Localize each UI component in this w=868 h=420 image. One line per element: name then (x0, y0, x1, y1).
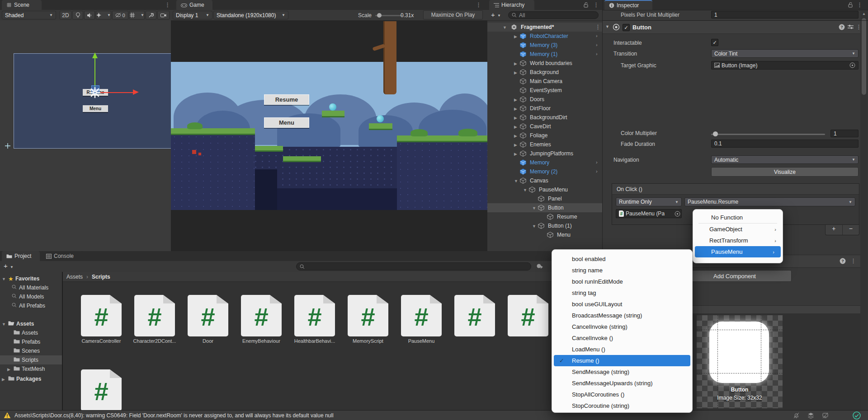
tab-hierarchy[interactable]: Hierarchy (489, 0, 534, 10)
interactable-checkbox[interactable]: ✓ (711, 39, 718, 46)
gizmo-y-axis[interactable] (94, 58, 95, 89)
help-icon[interactable]: ? (840, 258, 846, 264)
hierarchy-row[interactable]: ▶JumpingPlatforms (487, 149, 602, 158)
hierarchy-row[interactable]: ▶CaveDirt (487, 122, 602, 131)
package-visibility-icon[interactable] (536, 263, 543, 270)
display-dropdown[interactable]: Display 1 ▼ (173, 11, 212, 19)
foldout-arrow-icon[interactable]: ▶ (2, 377, 5, 382)
scroll-up-icon[interactable]: ▲ (862, 12, 866, 16)
resolution-dropdown[interactable]: Standalone (1920x1080) ▼ (213, 11, 288, 19)
file-item[interactable]: #MemoryScript (341, 293, 395, 343)
transition-dropdown[interactable]: Color Tint ▼ (711, 49, 859, 58)
file-item[interactable]: # (448, 293, 501, 343)
menu-item-member[interactable]: bool useGUILayout (552, 299, 692, 310)
audio-toggle-button[interactable] (84, 11, 95, 19)
foldout-arrow-icon[interactable]: ▶ (514, 134, 517, 138)
foldout-arrow-icon[interactable]: ▼ (2, 322, 6, 327)
event-mode-dropdown[interactable]: Runtime Only ▼ (616, 197, 682, 206)
hierarchy-row[interactable]: Menu (487, 230, 602, 239)
sidebar-packages[interactable]: ▶Packages (0, 374, 62, 383)
menu-item-member[interactable]: SendMessageUpwards (string) (552, 378, 692, 389)
menu-item-member[interactable]: LoadMenu () (552, 344, 692, 355)
chevron-down-icon[interactable]: ▼ (497, 14, 501, 18)
hierarchy-row[interactable]: EventSystem (487, 86, 602, 95)
layers-status-icon[interactable] (807, 412, 814, 419)
hierarchy-row[interactable]: Memory› (487, 158, 602, 167)
file-item[interactable]: #CameraController (75, 293, 128, 343)
menu-item-no-function[interactable]: No Function (693, 212, 783, 223)
chevron-down-icon[interactable]: ▼ (10, 265, 14, 269)
prefab-nav-icon[interactable]: › (596, 33, 598, 38)
hierarchy-row[interactable]: ▶Doors (487, 95, 602, 104)
color-multiplier-knob[interactable] (713, 131, 718, 136)
camera-dropdown-button[interactable] (157, 11, 170, 19)
foldout-arrow-icon[interactable]: ▶ (514, 116, 517, 120)
hierarchy-row[interactable]: ▶Enemies (487, 140, 602, 149)
grid-snap-dropdown-button[interactable]: ▼ (129, 11, 145, 19)
tab-project[interactable]: Project (2, 251, 40, 261)
hierarchy-row[interactable]: Memory (1)› (487, 50, 602, 59)
hierarchy-row[interactable]: ▼Button (1) (487, 221, 602, 230)
foldout-arrow-icon[interactable]: ▶ (514, 70, 517, 75)
alerts-muted-icon[interactable] (822, 412, 829, 419)
foldout-arrow-icon[interactable]: ▼ (2, 277, 6, 281)
foldout-arrow-icon[interactable]: ▼ (514, 179, 518, 183)
tool-settings-button[interactable] (146, 11, 156, 19)
hierarchy-row[interactable]: ▶BackgroundDirt (487, 113, 602, 122)
prefab-nav-icon[interactable]: › (596, 51, 598, 56)
sidebar-item-all-materials[interactable]: All Materials (0, 283, 62, 292)
menu-item-gameobject[interactable]: GameObject› (693, 224, 783, 235)
foldout-arrow-icon[interactable]: ▼ (523, 188, 527, 192)
scene-menu-icon[interactable]: ⋮ (165, 1, 170, 8)
hierarchy-row[interactable]: Panel (487, 194, 602, 203)
menu-item-recttransform[interactable]: RectTransform› (693, 235, 783, 246)
project-search-input[interactable] (296, 262, 531, 271)
game-viewport[interactable]: Resume Menu (171, 20, 487, 251)
file-item[interactable]: # (75, 368, 128, 410)
color-multiplier-slider[interactable] (711, 134, 825, 135)
foldout-arrow-icon[interactable]: ▶ (514, 61, 517, 66)
menu-item-member[interactable]: bool runInEditMode (552, 276, 692, 287)
presets-icon[interactable] (848, 24, 854, 30)
gizmo-center-icon[interactable] (89, 86, 101, 99)
object-picker-icon[interactable] (675, 211, 680, 217)
hierarchy-row[interactable]: ▼Canvas (487, 176, 602, 185)
hierarchy-row[interactable]: Main Camera (487, 77, 602, 86)
2d-toggle-button[interactable]: 2D (60, 11, 71, 19)
hierarchy-row[interactable]: ▼Fragmented*⋮ (487, 23, 602, 32)
material-menu-icon[interactable]: ⋮ (850, 257, 856, 264)
menu-item-member[interactable]: string name (552, 265, 692, 276)
navigation-dropdown[interactable]: Automatic ▼ (711, 155, 859, 164)
lighting-toggle-button[interactable] (72, 11, 83, 19)
hierarchy-row[interactable]: ▼PauseMenu (487, 185, 602, 194)
foldout-arrow-icon[interactable]: ▶ (514, 98, 517, 102)
scene-viewport[interactable]: Resume Menu (0, 20, 171, 251)
inspector-menu-icon[interactable]: ⋮ (857, 1, 863, 8)
prefab-nav-icon[interactable]: › (596, 42, 598, 47)
foldout-arrow-icon[interactable]: ▶ (514, 143, 517, 147)
add-object-button[interactable]: + (491, 11, 495, 19)
sidebar-item-prefabs[interactable]: Prefabs (0, 337, 62, 346)
color-multiplier-field[interactable]: 1 (830, 130, 859, 137)
menu-item-member[interactable]: string tag (552, 287, 692, 299)
menu-item-member[interactable]: CancelInvoke (string) (552, 321, 692, 332)
hierarchy-row[interactable]: ▶Background (487, 68, 602, 77)
menu-item-member[interactable]: StopCoroutine (string) (552, 400, 692, 411)
hierarchy-row[interactable]: ▶RobotCharacter› (487, 32, 602, 41)
sidebar-item-assets[interactable]: Assets (0, 328, 62, 337)
hierarchy-row[interactable]: ▶DirtFloor (487, 104, 602, 113)
breadcrumb-root[interactable]: Assets (66, 274, 83, 280)
menu-item-pausemenu[interactable]: PauseMenu› (695, 246, 781, 257)
target-graphic-field[interactable]: Button (Image) (711, 61, 859, 70)
add-event-button[interactable]: + (826, 225, 843, 235)
hierarchy-row[interactable]: Memory (3)› (487, 41, 602, 50)
foldout-arrow-icon[interactable]: ▶ (514, 152, 517, 156)
hierarchy-menu-icon[interactable]: ⋮ (593, 1, 599, 8)
menu-item-member[interactable]: CancelInvoke () (552, 332, 692, 344)
remove-event-button[interactable]: − (843, 225, 859, 235)
create-asset-button[interactable]: + (4, 262, 8, 270)
inspector-scrollbar[interactable]: ▲ (860, 11, 868, 410)
status-message[interactable]: Assets\Scripts\Door.cs(8,40): warning CS… (14, 412, 334, 419)
foldout-arrow-icon[interactable]: ▶ (514, 125, 517, 129)
file-item[interactable]: # (501, 293, 555, 343)
